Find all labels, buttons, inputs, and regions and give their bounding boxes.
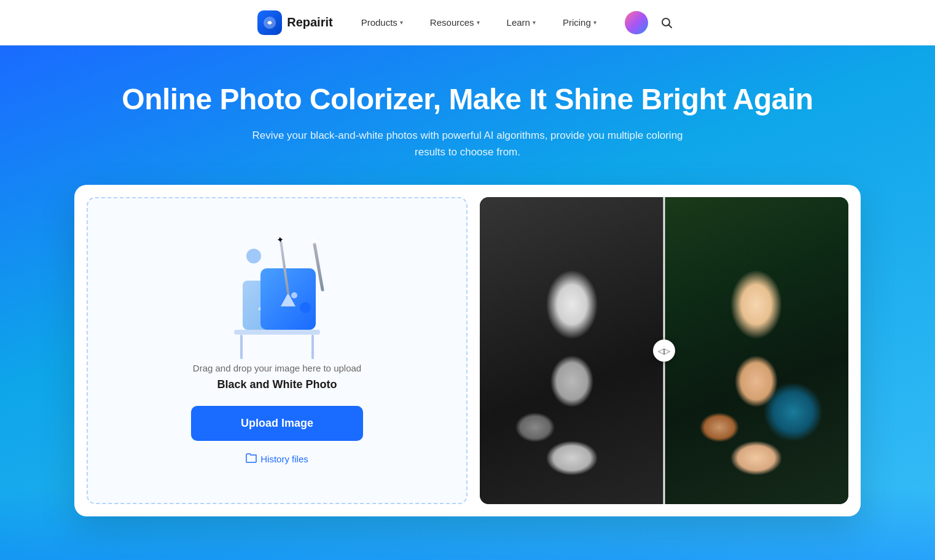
- upload-illustration: ✦: [216, 236, 338, 347]
- preview-panel: ◁▷: [480, 197, 848, 504]
- logo-icon: [257, 10, 282, 35]
- hero-title: Online Photo Colorizer, Make It Shine Br…: [122, 82, 813, 116]
- chevron-down-icon: ▾: [533, 19, 536, 26]
- history-label: History files: [260, 454, 308, 464]
- chevron-down-icon: ▾: [593, 19, 597, 26]
- svg-point-3: [291, 292, 297, 298]
- color-image: [664, 197, 848, 504]
- brand-name: Repairit: [287, 15, 332, 29]
- folder-icon: [246, 453, 257, 465]
- photo-type-text: Black and White Photo: [217, 378, 337, 391]
- before-after-split: ◁▷: [480, 197, 848, 504]
- hero-section: Online Photo Colorizer, Make It Shine Br…: [0, 45, 935, 560]
- handle-arrows-icon: ◁▷: [658, 346, 670, 356]
- upload-panel: ✦ Drag and drop your image here to uploa…: [87, 197, 468, 504]
- drag-drop-text: Drag and drop your image here to upload: [193, 363, 361, 373]
- avatar[interactable]: [625, 11, 648, 34]
- nav-label-products: Products: [361, 17, 397, 28]
- search-button[interactable]: [655, 12, 678, 34]
- chevron-down-icon: ▾: [477, 19, 480, 26]
- logo[interactable]: Repairit: [257, 10, 332, 35]
- dot-icon: [300, 302, 311, 313]
- chevron-down-icon: ▾: [400, 19, 403, 26]
- nav-label-resources: Resources: [430, 17, 474, 28]
- upload-image-button[interactable]: Upload Image: [191, 406, 363, 441]
- nav-item-pricing[interactable]: Pricing ▾: [552, 12, 608, 33]
- bw-image: [480, 197, 664, 504]
- nav-label-pricing: Pricing: [563, 17, 591, 28]
- nav-label-learn: Learn: [507, 17, 530, 28]
- history-files-link[interactable]: History files: [246, 453, 308, 465]
- main-card: ✦ Drag and drop your image here to uploa…: [74, 185, 861, 516]
- shelf-icon: [234, 330, 320, 335]
- preview-color-side: [664, 197, 848, 504]
- preview-bw-side: [480, 197, 664, 504]
- nav-item-learn[interactable]: Learn ▾: [496, 12, 547, 33]
- nav-item-products[interactable]: Products ▾: [350, 12, 414, 33]
- nav-item-resources[interactable]: Resources ▾: [419, 12, 491, 33]
- split-handle[interactable]: ◁▷: [653, 340, 675, 362]
- star-icon: [246, 249, 261, 263]
- navbar: Repairit Products ▾ Resources ▾ Learn ▾ …: [0, 0, 935, 45]
- hero-subtitle: Revive your black-and-white photos with …: [246, 127, 689, 160]
